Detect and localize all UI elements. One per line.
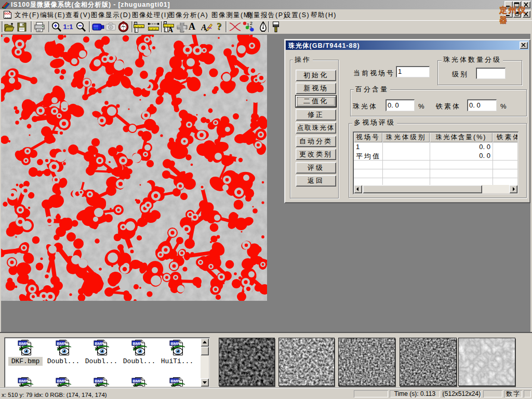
- svg-text:2: 2: [250, 21, 252, 26]
- svg-text:A: A: [168, 26, 174, 33]
- svg-text:A: A: [201, 23, 207, 32]
- svg-text:BMP: BMP: [132, 379, 142, 383]
- svg-text:BMP: BMP: [57, 379, 66, 383]
- svg-text:BMP: BMP: [95, 341, 104, 346]
- svg-text:BMP: BMP: [170, 379, 180, 383]
- svg-text:BMP: BMP: [132, 341, 142, 346]
- svg-text:BMP: BMP: [19, 341, 28, 346]
- svg-text:E: E: [165, 22, 166, 24]
- svg-text:BMP: BMP: [95, 379, 104, 383]
- svg-text:DOC: DOC: [5, 12, 11, 15]
- svg-text:BMP: BMP: [170, 341, 180, 346]
- svg-text:BMP: BMP: [57, 341, 66, 346]
- svg-text:E: E: [135, 22, 137, 25]
- svg-text:BMP: BMP: [19, 379, 28, 383]
